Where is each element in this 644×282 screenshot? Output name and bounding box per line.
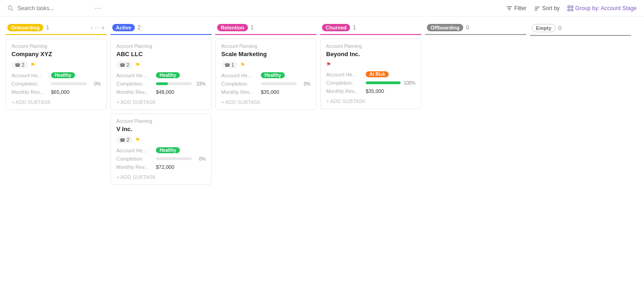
- completion-label: Completion:: [221, 81, 258, 86]
- health-status-badge: Healthy: [156, 72, 180, 78]
- completion-row: Completion:0%: [221, 81, 310, 86]
- stage-badge-active: Active: [112, 24, 135, 31]
- task-card[interactable]: Account PlanningBeyond Inc.⚑Account He..…: [320, 39, 421, 109]
- chevron-left-icon[interactable]: ‹: [91, 24, 93, 31]
- completion-percent: 100%: [403, 81, 415, 86]
- health-status-badge: Healthy: [156, 147, 180, 153]
- search-input[interactable]: [17, 5, 91, 12]
- column-header-offboarding: Offboarding0: [425, 20, 526, 35]
- svg-point-11: [571, 9, 573, 11]
- stage-badge-retention: Retention: [217, 24, 248, 31]
- revenue-row: Monthly Rev...$65,000: [12, 89, 101, 95]
- phone-icon: ☎: [224, 63, 230, 68]
- revenue-value: $48,000: [156, 89, 174, 95]
- subtask-count-badge: ☎ 2: [12, 61, 28, 69]
- add-subtask-button[interactable]: + ADD SUBTASK: [326, 98, 415, 104]
- column-header-onboarding: Onboarding1 ‹ ··· +: [6, 20, 107, 35]
- completion-label: Completion:: [116, 81, 153, 86]
- column-header-retention: Retention1: [215, 20, 316, 35]
- column-count-offboarding: 0: [466, 24, 469, 31]
- card-title: ABC LLC: [116, 51, 206, 58]
- topbar-more-icon[interactable]: ···: [95, 4, 101, 12]
- column-count-empty: 0: [558, 25, 562, 31]
- add-subtask-button[interactable]: + ADD SUBTASK: [12, 98, 101, 105]
- filter-button[interactable]: Filter: [506, 5, 527, 12]
- card-category: Account Planning: [326, 44, 415, 49]
- flag-red-icon: ⚑: [326, 61, 331, 68]
- revenue-value: $72,000: [156, 164, 174, 170]
- group-icon: [567, 5, 574, 12]
- account-health-label: Account He...: [12, 73, 48, 78]
- stage-badge-offboarding: Offboarding: [427, 24, 463, 31]
- completion-label: Completion:: [116, 156, 153, 161]
- card-title: Beyond Inc.: [326, 51, 415, 58]
- svg-point-8: [568, 6, 569, 7]
- card-category: Account Planning: [12, 44, 101, 49]
- topbar: ··· Filter Sort by: [0, 0, 644, 17]
- revenue-label: Monthly Rev...: [326, 88, 363, 94]
- kanban-board: Onboarding1 ‹ ··· + Account PlanningComp…: [0, 17, 644, 282]
- revenue-value: $65,000: [51, 89, 69, 95]
- task-card[interactable]: Account PlanningV Inc.☎ 2⚑Account He...H…: [110, 114, 212, 185]
- task-card[interactable]: Account PlanningABC LLC☎ 2⚑Account He...…: [110, 39, 212, 110]
- progress-bar-background: [51, 82, 87, 85]
- topbar-left: ···: [7, 4, 101, 12]
- column-active: Active2Account PlanningABC LLC☎ 2⚑Accoun…: [110, 20, 212, 189]
- subtask-count-badge: ☎ 2: [116, 136, 132, 144]
- progress-bar-background: [156, 157, 192, 160]
- card-category: Account Planning: [221, 44, 310, 49]
- svg-point-0: [8, 6, 12, 9]
- stage-badge-churned: Churned: [322, 24, 350, 31]
- completion-row: Completion:0%: [116, 156, 206, 161]
- completion-percent: 0%: [90, 81, 101, 86]
- completion-label: Completion:: [12, 81, 48, 86]
- card-category: Account Planning: [116, 119, 206, 124]
- revenue-row: Monthly Rev...$35,000: [326, 88, 415, 94]
- add-subtask-button[interactable]: + ADD SUBTASK: [116, 173, 206, 180]
- group-by-button[interactable]: Group by: Account Stage: [567, 5, 637, 12]
- column-churned: Churned1Account PlanningBeyond Inc.⚑Acco…: [320, 20, 421, 113]
- card-meta: ⚑: [326, 61, 415, 68]
- revenue-row: Monthly Rev...$72,000: [116, 164, 206, 170]
- progress-bar-background: [366, 81, 401, 84]
- account-health-row: Account He...Healthy: [12, 72, 101, 78]
- add-subtask-button[interactable]: + ADD SUBTASK: [221, 98, 310, 105]
- task-card[interactable]: Account PlanningScale Marketing☎ 1⚑Accou…: [215, 39, 316, 110]
- add-column-icon[interactable]: +: [101, 24, 105, 31]
- completion-row: Completion:0%: [12, 81, 101, 86]
- completion-row: Completion:33%: [116, 81, 206, 86]
- account-health-row: Account He...At Risk: [326, 71, 415, 77]
- column-header-empty: Empty0: [530, 20, 631, 36]
- card-meta: ☎ 2⚑: [12, 61, 101, 69]
- completion-label: Completion:: [326, 80, 363, 86]
- stage-badge-empty: Empty: [532, 24, 556, 32]
- card-category: Account Planning: [116, 44, 206, 49]
- column-count-retention: 1: [251, 24, 254, 31]
- card-title: Scale Marketing: [221, 51, 310, 58]
- sort-icon: [534, 5, 540, 12]
- column-actions-onboarding[interactable]: ‹ ··· +: [91, 24, 105, 31]
- stage-badge-onboarding: Onboarding: [7, 24, 43, 31]
- account-health-label: Account He...: [116, 73, 153, 78]
- column-retention: Retention1Account PlanningScale Marketin…: [215, 20, 316, 114]
- column-header-churned: Churned1: [320, 20, 421, 35]
- flag-yellow-icon: ⚑: [240, 62, 245, 68]
- account-health-label: Account He...: [116, 148, 153, 153]
- health-status-badge: Healthy: [261, 72, 285, 78]
- svg-line-1: [12, 9, 13, 11]
- account-health-row: Account He...Healthy: [221, 72, 310, 78]
- more-icon[interactable]: ···: [95, 24, 99, 31]
- column-count-active: 2: [138, 24, 141, 31]
- subtask-count-badge: ☎ 2: [116, 61, 132, 69]
- phone-icon: ☎: [120, 63, 125, 68]
- account-health-row: Account He...Healthy: [116, 147, 206, 153]
- add-subtask-button[interactable]: + ADD SUBTASK: [116, 98, 206, 105]
- sort-button[interactable]: Sort by: [534, 5, 560, 12]
- column-onboarding: Onboarding1 ‹ ··· + Account PlanningComp…: [6, 20, 107, 114]
- task-card[interactable]: Account PlanningCompany XYZ☎ 2⚑Account H…: [6, 39, 107, 110]
- completion-percent: 0%: [299, 81, 310, 86]
- column-count-onboarding: 1: [46, 24, 49, 31]
- revenue-row: Monthly Rev...$35,000: [221, 89, 310, 95]
- column-offboarding: Offboarding0: [425, 20, 526, 39]
- topbar-right: Filter Sort by Group by: Account Stage: [506, 5, 637, 12]
